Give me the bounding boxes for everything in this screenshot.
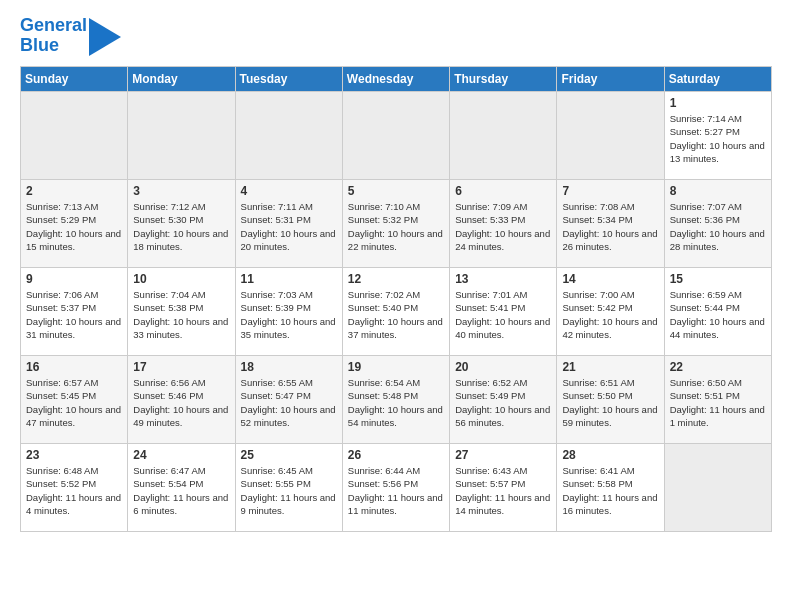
calendar-cell: 20Sunrise: 6:52 AMSunset: 5:49 PMDayligh… bbox=[450, 356, 557, 444]
day-info: Sunrise: 7:08 AMSunset: 5:34 PMDaylight:… bbox=[562, 200, 658, 253]
day-number: 3 bbox=[133, 184, 229, 198]
day-info: Sunrise: 7:00 AMSunset: 5:42 PMDaylight:… bbox=[562, 288, 658, 341]
day-number: 19 bbox=[348, 360, 444, 374]
calendar-cell: 28Sunrise: 6:41 AMSunset: 5:58 PMDayligh… bbox=[557, 444, 664, 532]
calendar-cell: 2Sunrise: 7:13 AMSunset: 5:29 PMDaylight… bbox=[21, 180, 128, 268]
day-info: Sunrise: 6:48 AMSunset: 5:52 PMDaylight:… bbox=[26, 464, 122, 517]
calendar-cell: 27Sunrise: 6:43 AMSunset: 5:57 PMDayligh… bbox=[450, 444, 557, 532]
calendar-cell bbox=[450, 92, 557, 180]
day-number: 2 bbox=[26, 184, 122, 198]
calendar-cell: 19Sunrise: 6:54 AMSunset: 5:48 PMDayligh… bbox=[342, 356, 449, 444]
day-number: 22 bbox=[670, 360, 766, 374]
day-info: Sunrise: 7:04 AMSunset: 5:38 PMDaylight:… bbox=[133, 288, 229, 341]
header: General Blue bbox=[20, 16, 772, 56]
day-info: Sunrise: 7:06 AMSunset: 5:37 PMDaylight:… bbox=[26, 288, 122, 341]
logo-arrow-icon bbox=[89, 18, 121, 56]
day-info: Sunrise: 7:09 AMSunset: 5:33 PMDaylight:… bbox=[455, 200, 551, 253]
day-number: 20 bbox=[455, 360, 551, 374]
day-number: 8 bbox=[670, 184, 766, 198]
logo-general: General bbox=[20, 15, 87, 35]
calendar-cell bbox=[557, 92, 664, 180]
calendar-cell: 9Sunrise: 7:06 AMSunset: 5:37 PMDaylight… bbox=[21, 268, 128, 356]
day-number: 12 bbox=[348, 272, 444, 286]
calendar-cell: 23Sunrise: 6:48 AMSunset: 5:52 PMDayligh… bbox=[21, 444, 128, 532]
week-row-3: 9Sunrise: 7:06 AMSunset: 5:37 PMDaylight… bbox=[21, 268, 772, 356]
calendar-cell: 4Sunrise: 7:11 AMSunset: 5:31 PMDaylight… bbox=[235, 180, 342, 268]
calendar-cell bbox=[21, 92, 128, 180]
calendar-cell: 22Sunrise: 6:50 AMSunset: 5:51 PMDayligh… bbox=[664, 356, 771, 444]
day-info: Sunrise: 7:03 AMSunset: 5:39 PMDaylight:… bbox=[241, 288, 337, 341]
weekday-thursday: Thursday bbox=[450, 67, 557, 92]
calendar-cell: 14Sunrise: 7:00 AMSunset: 5:42 PMDayligh… bbox=[557, 268, 664, 356]
day-info: Sunrise: 7:12 AMSunset: 5:30 PMDaylight:… bbox=[133, 200, 229, 253]
calendar-cell: 8Sunrise: 7:07 AMSunset: 5:36 PMDaylight… bbox=[664, 180, 771, 268]
svg-marker-0 bbox=[89, 18, 121, 56]
weekday-wednesday: Wednesday bbox=[342, 67, 449, 92]
day-info: Sunrise: 6:56 AMSunset: 5:46 PMDaylight:… bbox=[133, 376, 229, 429]
calendar-table: SundayMondayTuesdayWednesdayThursdayFrid… bbox=[20, 66, 772, 532]
calendar-cell: 3Sunrise: 7:12 AMSunset: 5:30 PMDaylight… bbox=[128, 180, 235, 268]
day-number: 17 bbox=[133, 360, 229, 374]
day-number: 5 bbox=[348, 184, 444, 198]
day-number: 18 bbox=[241, 360, 337, 374]
day-info: Sunrise: 6:54 AMSunset: 5:48 PMDaylight:… bbox=[348, 376, 444, 429]
day-number: 14 bbox=[562, 272, 658, 286]
calendar-cell: 1Sunrise: 7:14 AMSunset: 5:27 PMDaylight… bbox=[664, 92, 771, 180]
day-info: Sunrise: 6:43 AMSunset: 5:57 PMDaylight:… bbox=[455, 464, 551, 517]
day-number: 24 bbox=[133, 448, 229, 462]
week-row-2: 2Sunrise: 7:13 AMSunset: 5:29 PMDaylight… bbox=[21, 180, 772, 268]
day-number: 10 bbox=[133, 272, 229, 286]
day-info: Sunrise: 6:50 AMSunset: 5:51 PMDaylight:… bbox=[670, 376, 766, 429]
calendar-cell bbox=[128, 92, 235, 180]
day-number: 1 bbox=[670, 96, 766, 110]
day-number: 4 bbox=[241, 184, 337, 198]
page: General Blue SundayMondayTuesdayWednesda… bbox=[0, 0, 792, 548]
calendar-cell: 25Sunrise: 6:45 AMSunset: 5:55 PMDayligh… bbox=[235, 444, 342, 532]
weekday-sunday: Sunday bbox=[21, 67, 128, 92]
day-info: Sunrise: 6:55 AMSunset: 5:47 PMDaylight:… bbox=[241, 376, 337, 429]
weekday-header-row: SundayMondayTuesdayWednesdayThursdayFrid… bbox=[21, 67, 772, 92]
calendar-cell bbox=[342, 92, 449, 180]
day-number: 11 bbox=[241, 272, 337, 286]
day-number: 9 bbox=[26, 272, 122, 286]
logo: General Blue bbox=[20, 16, 121, 56]
calendar-cell: 13Sunrise: 7:01 AMSunset: 5:41 PMDayligh… bbox=[450, 268, 557, 356]
weekday-friday: Friday bbox=[557, 67, 664, 92]
day-info: Sunrise: 6:57 AMSunset: 5:45 PMDaylight:… bbox=[26, 376, 122, 429]
weekday-monday: Monday bbox=[128, 67, 235, 92]
day-info: Sunrise: 7:14 AMSunset: 5:27 PMDaylight:… bbox=[670, 112, 766, 165]
day-number: 28 bbox=[562, 448, 658, 462]
day-info: Sunrise: 6:59 AMSunset: 5:44 PMDaylight:… bbox=[670, 288, 766, 341]
day-info: Sunrise: 7:13 AMSunset: 5:29 PMDaylight:… bbox=[26, 200, 122, 253]
calendar-cell: 15Sunrise: 6:59 AMSunset: 5:44 PMDayligh… bbox=[664, 268, 771, 356]
calendar-cell: 12Sunrise: 7:02 AMSunset: 5:40 PMDayligh… bbox=[342, 268, 449, 356]
calendar-cell: 6Sunrise: 7:09 AMSunset: 5:33 PMDaylight… bbox=[450, 180, 557, 268]
day-number: 6 bbox=[455, 184, 551, 198]
day-info: Sunrise: 7:07 AMSunset: 5:36 PMDaylight:… bbox=[670, 200, 766, 253]
calendar-cell: 24Sunrise: 6:47 AMSunset: 5:54 PMDayligh… bbox=[128, 444, 235, 532]
calendar-cell: 21Sunrise: 6:51 AMSunset: 5:50 PMDayligh… bbox=[557, 356, 664, 444]
day-number: 27 bbox=[455, 448, 551, 462]
calendar-cell: 5Sunrise: 7:10 AMSunset: 5:32 PMDaylight… bbox=[342, 180, 449, 268]
day-number: 16 bbox=[26, 360, 122, 374]
day-number: 13 bbox=[455, 272, 551, 286]
day-number: 7 bbox=[562, 184, 658, 198]
calendar-cell: 18Sunrise: 6:55 AMSunset: 5:47 PMDayligh… bbox=[235, 356, 342, 444]
day-info: Sunrise: 7:10 AMSunset: 5:32 PMDaylight:… bbox=[348, 200, 444, 253]
calendar-cell: 11Sunrise: 7:03 AMSunset: 5:39 PMDayligh… bbox=[235, 268, 342, 356]
day-info: Sunrise: 6:52 AMSunset: 5:49 PMDaylight:… bbox=[455, 376, 551, 429]
day-info: Sunrise: 6:44 AMSunset: 5:56 PMDaylight:… bbox=[348, 464, 444, 517]
day-info: Sunrise: 6:41 AMSunset: 5:58 PMDaylight:… bbox=[562, 464, 658, 517]
week-row-1: 1Sunrise: 7:14 AMSunset: 5:27 PMDaylight… bbox=[21, 92, 772, 180]
weekday-tuesday: Tuesday bbox=[235, 67, 342, 92]
calendar-cell: 17Sunrise: 6:56 AMSunset: 5:46 PMDayligh… bbox=[128, 356, 235, 444]
day-info: Sunrise: 7:02 AMSunset: 5:40 PMDaylight:… bbox=[348, 288, 444, 341]
calendar-cell: 10Sunrise: 7:04 AMSunset: 5:38 PMDayligh… bbox=[128, 268, 235, 356]
day-number: 26 bbox=[348, 448, 444, 462]
day-info: Sunrise: 6:47 AMSunset: 5:54 PMDaylight:… bbox=[133, 464, 229, 517]
day-number: 23 bbox=[26, 448, 122, 462]
calendar-cell: 7Sunrise: 7:08 AMSunset: 5:34 PMDaylight… bbox=[557, 180, 664, 268]
week-row-4: 16Sunrise: 6:57 AMSunset: 5:45 PMDayligh… bbox=[21, 356, 772, 444]
weekday-saturday: Saturday bbox=[664, 67, 771, 92]
calendar-cell: 16Sunrise: 6:57 AMSunset: 5:45 PMDayligh… bbox=[21, 356, 128, 444]
